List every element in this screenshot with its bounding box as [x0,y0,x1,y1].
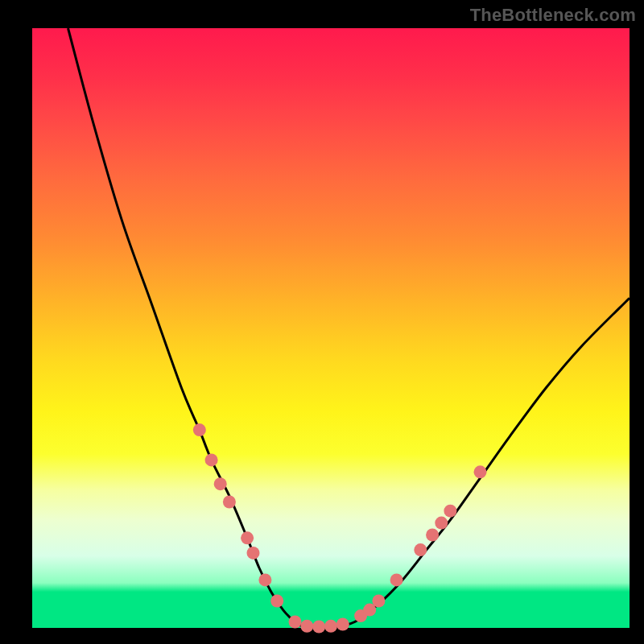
data-dot [214,477,227,490]
data-dot [223,496,236,509]
data-dots [193,423,487,633]
data-dot [241,531,254,544]
data-dot [336,618,349,631]
data-dot [205,453,218,466]
data-dot [435,517,448,530]
watermark-text: TheBottleneck.com [470,5,636,26]
data-dot [474,465,487,478]
data-dot [312,621,325,634]
chart-frame: TheBottleneck.com [0,0,644,644]
data-dot [444,505,456,518]
data-dot [247,547,260,559]
data-dot [258,573,271,586]
bottleneck-curve [68,28,630,629]
data-dot [270,595,283,608]
data-dot [426,529,439,542]
data-dot [300,620,313,633]
data-dot [193,423,206,436]
data-dot [289,616,302,629]
curve-layer [32,28,630,628]
data-dot [414,543,427,556]
data-dot [324,620,337,633]
data-dot [372,595,385,608]
data-dot [390,573,403,586]
